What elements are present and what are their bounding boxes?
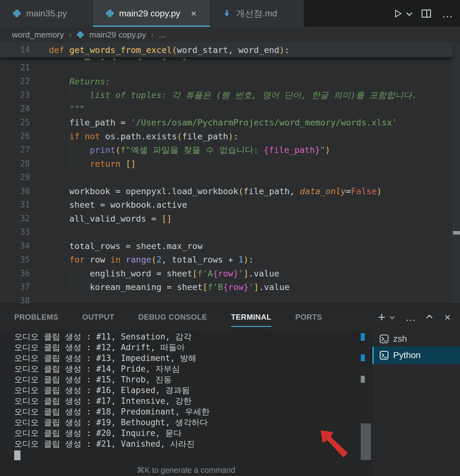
- editor-scrollbar-thumb[interactable]: [453, 231, 460, 235]
- line-number[interactable]: 25: [0, 116, 30, 130]
- line-number[interactable]: 34: [0, 239, 30, 253]
- editor-actions: …: [393, 0, 453, 27]
- line-number[interactable]: 29: [0, 171, 30, 184]
- code-line[interactable]: 23 list of tuples: 각 튜플은 (행 번호, 영어 단어, 한…: [0, 88, 453, 102]
- line-number[interactable]: 28: [0, 157, 30, 171]
- more-actions-icon[interactable]: …: [405, 312, 416, 322]
- line-number[interactable]: 32: [0, 212, 30, 226]
- vscode-window: main35.py main29 copy.py × 개선점.md … word…: [0, 0, 460, 476]
- terminal-line: 오디오 클립 생성 : #17, Intensive, 강한: [0, 396, 372, 406]
- terminal-scrollbar[interactable]: [361, 330, 372, 476]
- python-icon: [106, 9, 114, 18]
- terminal-line: 오디오 클립 생성 : #11, Sensation, 감각: [0, 331, 372, 342]
- tab-problems[interactable]: PROBLEMS: [14, 304, 58, 330]
- clipped-code-fragment: [163, 58, 165, 60]
- terminal-line: 오디오 클립 생성 : #21, Vanished, 사라진: [0, 438, 372, 449]
- new-terminal-icon[interactable]: +: [378, 311, 385, 323]
- panel-tabs: PROBLEMS OUTPUT DEBUG CONSOLE TERMINAL P…: [14, 304, 322, 330]
- split-editor-icon[interactable]: [422, 9, 431, 18]
- code-editor[interactable]: 2122 Returns:23 list of tuples: 각 튜플은 (행…: [0, 43, 460, 304]
- code-line[interactable]: 34 total_rows = sheet.max_row: [0, 239, 453, 253]
- clipped-code-fragment: [113, 58, 116, 60]
- terminal-session-list: zsh Python: [372, 331, 460, 364]
- terminal-line: 오디오 클립 생성 : #16, Elapsed, 경과됨: [0, 385, 372, 396]
- chevron-right-icon: ›: [151, 30, 154, 40]
- line-number[interactable]: 30: [0, 184, 30, 198]
- breadcrumb-symbol[interactable]: ...: [159, 30, 166, 40]
- chevron-right-icon: ›: [69, 30, 72, 40]
- chevron-down-icon[interactable]: [406, 9, 412, 16]
- terminal-line: 오디오 클립 생성 : #15, Throb, 진동: [0, 374, 372, 385]
- code-line[interactable]: 36 english_word = sheet[f'A{row}'].value: [0, 267, 453, 281]
- line-number[interactable]: 24: [0, 102, 30, 116]
- code-line[interactable]: 24 """: [0, 102, 453, 116]
- markdown-download-icon: [223, 9, 231, 18]
- sticky-line-14: 14 def get_words_from_excel(word_start, …: [0, 43, 453, 57]
- session-name: Python: [393, 350, 421, 360]
- code-line[interactable]: 27 print(f"엑셀 파일을 찾을 수 없습니다: {file_path}…: [0, 143, 453, 157]
- sticky-scroll-header[interactable]: 14 def get_words_from_excel(word_start, …: [0, 43, 453, 57]
- tab-gaeseonjeom-md[interactable]: 개선점.md: [210, 0, 304, 27]
- code-line[interactable]: 25 file_path = '/Users/osam/PycharmProje…: [0, 116, 453, 130]
- line-number[interactable]: 27: [0, 143, 30, 157]
- sticky-line-content: def get_words_from_excel(word_start, wor…: [49, 43, 290, 57]
- terminal-cursor: [14, 450, 20, 460]
- tab-ports[interactable]: PORTS: [295, 304, 322, 330]
- code-line[interactable]: 32 all_valid_words = []: [0, 212, 453, 226]
- session-zsh[interactable]: zsh: [372, 331, 460, 346]
- code-line[interactable]: 35 for row in range(2, total_rows + 1):: [0, 253, 453, 267]
- run-button[interactable]: [393, 9, 411, 18]
- command-decoration: [361, 376, 365, 383]
- code-line[interactable]: 33: [0, 225, 453, 239]
- code-line[interactable]: 28 return []: [0, 157, 453, 171]
- terminal-hint: ⌘K to generate a command: [0, 466, 372, 475]
- code-line[interactable]: 37 korean_meaning = sheet[f'B{row}'].val…: [0, 280, 453, 294]
- code-line[interactable]: 38: [0, 294, 453, 304]
- session-python[interactable]: Python: [372, 346, 460, 364]
- chevron-down-icon[interactable]: [390, 314, 395, 319]
- code-line[interactable]: 31 sheet = workbook.active: [0, 198, 453, 212]
- line-number[interactable]: 33: [0, 225, 30, 239]
- line-number[interactable]: 36: [0, 267, 30, 281]
- close-icon[interactable]: ×: [191, 9, 197, 18]
- terminal-line: 오디오 클립 생성 : #18, Predominant, 우세한: [0, 406, 372, 417]
- editor-tab-bar: main35.py main29 copy.py × 개선점.md …: [0, 0, 460, 27]
- terminal-lines: 오디오 클립 생성 : #11, Sensation, 감각오디오 클립 생성 …: [0, 331, 372, 449]
- code-line[interactable]: 22 Returns:: [0, 75, 453, 89]
- code-line[interactable]: 21: [0, 61, 453, 75]
- clipped-code-fragment: [183, 58, 186, 60]
- code-line[interactable]: 26 if not os.path.exists(file_path):: [0, 130, 453, 143]
- command-decoration: [361, 333, 365, 341]
- terminal-line: 오디오 클립 생성 : #13, Impediment, 방해: [0, 353, 372, 363]
- clipped-code-fragment: [84, 58, 90, 60]
- close-panel-icon[interactable]: ×: [444, 312, 451, 322]
- line-number[interactable]: 37: [0, 280, 30, 294]
- line-number[interactable]: 38: [0, 294, 30, 304]
- editor-scrollbar[interactable]: [453, 43, 460, 304]
- terminal-line: 오디오 클립 생성 : #20, Inquire, 묻다: [0, 428, 372, 438]
- more-actions-icon[interactable]: …: [442, 8, 453, 19]
- tab-label: main29 copy.py: [119, 9, 180, 19]
- maximize-panel-icon[interactable]: [426, 315, 433, 321]
- tab-main35[interactable]: main35.py: [0, 0, 93, 27]
- code-line[interactable]: 29: [0, 171, 453, 184]
- line-number[interactable]: 31: [0, 198, 30, 212]
- tab-debug-console[interactable]: DEBUG CONSOLE: [138, 304, 207, 330]
- code-line[interactable]: 30 workbook = openpyxl.load_workbook(fil…: [0, 184, 453, 198]
- terminal-line: 오디오 클립 생성 : #12, Adrift, 떠돌아: [0, 342, 372, 353]
- breadcrumb: word_memory › main29 copy.py › ...: [0, 27, 460, 43]
- line-number[interactable]: 26: [0, 130, 30, 143]
- terminal-scrollbar-thumb[interactable]: [361, 423, 371, 460]
- breadcrumb-folder[interactable]: word_memory: [12, 30, 64, 40]
- line-number[interactable]: 35: [0, 253, 30, 267]
- run-icon: [393, 9, 403, 18]
- tab-output[interactable]: OUTPUT: [82, 304, 114, 330]
- tab-label: 개선점.md: [236, 8, 277, 20]
- panel-header: PROBLEMS OUTPUT DEBUG CONSOLE TERMINAL P…: [0, 304, 460, 330]
- panel-actions: + … ×: [378, 304, 451, 330]
- breadcrumb-file[interactable]: main29 copy.py: [89, 30, 146, 40]
- terminal-icon: [379, 351, 389, 360]
- tab-main29-copy[interactable]: main29 copy.py ×: [93, 0, 210, 27]
- tab-terminal[interactable]: TERMINAL: [231, 304, 271, 330]
- terminal-output[interactable]: 오디오 클립 생성 : #11, Sensation, 감각오디오 클립 생성 …: [0, 330, 372, 476]
